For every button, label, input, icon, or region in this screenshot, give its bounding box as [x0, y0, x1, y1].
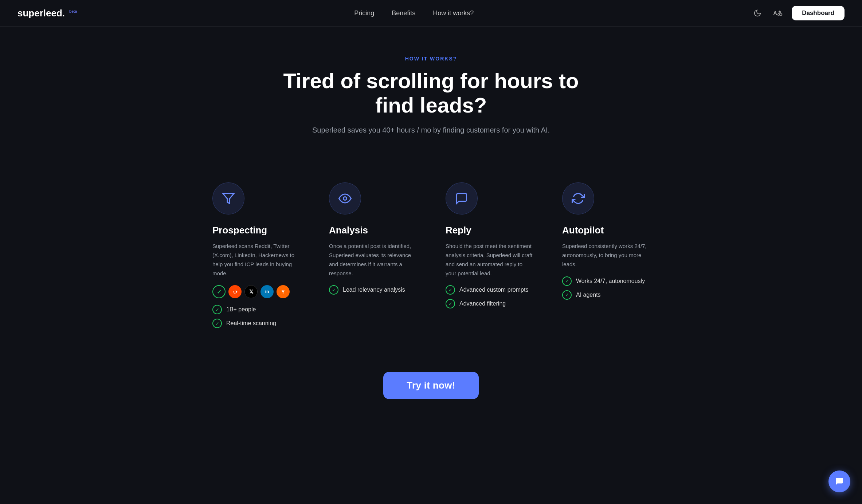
dashboard-button[interactable]: Dashboard: [792, 6, 845, 20]
check-icon-1: ✓: [212, 319, 222, 328]
funnel-icon: [222, 192, 235, 205]
nav-pricing[interactable]: Pricing: [354, 9, 374, 17]
autopilot-title: Autopilot: [562, 225, 650, 236]
prospecting-desc: Superleed scans Reddit, Twitter (X.com),…: [212, 242, 300, 278]
check-icon-autopilot-1: ✓: [562, 290, 572, 300]
cta-section: Try it now!: [0, 343, 862, 421]
nav-benefits[interactable]: Benefits: [392, 9, 415, 17]
svg-marker-0: [223, 194, 234, 204]
features-section: Prospecting Superleed scans Reddit, Twit…: [176, 171, 686, 343]
x-icon: 𝕏: [244, 285, 258, 298]
prospecting-list-item-1: ✓ Real-time scanning: [212, 319, 300, 328]
hero-eyebrow: HOW IT WORKS?: [17, 56, 845, 62]
check-icon-autopilot-0: ✓: [562, 276, 572, 286]
reply-title: Reply: [446, 225, 533, 236]
reply-desc: Should the post meet the sentiment analy…: [446, 242, 533, 278]
beta-badge: beta: [69, 9, 77, 13]
svg-point-2: [344, 197, 347, 200]
navbar-center: Pricing Benefits How it works?: [354, 9, 474, 17]
linkedin-icon: in: [260, 285, 274, 298]
chat-icon: [455, 192, 468, 205]
try-it-now-button[interactable]: Try it now!: [383, 372, 478, 399]
eye-icon: [338, 192, 352, 205]
platform-icons: ✓ 𝕏 in Y: [212, 285, 300, 298]
analysis-title: Analysis: [329, 225, 416, 236]
nav-how-it-works[interactable]: How it works?: [433, 9, 474, 17]
svg-point-1: [232, 289, 238, 295]
hero-section: HOW IT WORKS? Tired of scrolling for hou…: [0, 27, 862, 171]
autopilot-list-item-1: ✓ AI agents: [562, 290, 650, 300]
prospecting-list-item-0: ✓ 1B+ people: [212, 305, 300, 314]
hero-subtitle: Superleed saves you 40+ hours / mo by fi…: [17, 126, 845, 134]
reply-list-item-0: ✓ Advanced custom prompts: [446, 285, 533, 295]
check-icon-reply-0: ✓: [446, 285, 455, 295]
refresh-icon: [572, 192, 585, 205]
analysis-desc: Once a potential post is identified, Sup…: [329, 242, 416, 278]
hero-title: Tired of scrolling for hours to find lea…: [267, 69, 595, 117]
navbar: superleed. beta Pricing Benefits How it …: [0, 0, 862, 27]
translate-button[interactable]: Aあ: [771, 7, 784, 20]
check-icon-analysis-0: ✓: [329, 285, 338, 295]
prospecting-list: ✓ 1B+ people ✓ Real-time scanning: [212, 305, 300, 328]
chat-bubble-icon: [835, 477, 844, 486]
feature-prospecting: Prospecting Superleed scans Reddit, Twit…: [198, 171, 314, 343]
navbar-right: Aあ Dashboard: [751, 6, 845, 20]
feature-analysis: Analysis Once a potential post is identi…: [314, 171, 431, 343]
reply-list: ✓ Advanced custom prompts ✓ Advanced fil…: [446, 285, 533, 308]
autopilot-icon-circle: [562, 182, 594, 214]
prospecting-title: Prospecting: [212, 225, 300, 236]
reply-list-item-1: ✓ Advanced filtering: [446, 299, 533, 308]
prospecting-icon-circle: [212, 182, 244, 214]
logo: superleed.: [17, 8, 65, 19]
chat-support-bubble[interactable]: [828, 470, 850, 492]
dark-mode-button[interactable]: [751, 7, 764, 20]
reddit-icon: [228, 285, 242, 298]
check-icon-reply-1: ✓: [446, 299, 455, 308]
analysis-list: ✓ Lead relevancy analysis: [329, 285, 416, 295]
check-icon-platforms: ✓: [212, 285, 226, 298]
analysis-list-item-0: ✓ Lead relevancy analysis: [329, 285, 416, 295]
autopilot-desc: Superleed consistently works 24/7, auton…: [562, 242, 650, 269]
reply-icon-circle: [446, 182, 478, 214]
feature-reply: Reply Should the post meet the sentiment…: [431, 171, 548, 343]
autopilot-list-item-0: ✓ Works 24/7, autonomously: [562, 276, 650, 286]
feature-autopilot: Autopilot Superleed consistently works 2…: [548, 171, 664, 343]
analysis-icon-circle: [329, 182, 361, 214]
hackernews-icon: Y: [277, 285, 290, 298]
autopilot-list: ✓ Works 24/7, autonomously ✓ AI agents: [562, 276, 650, 300]
check-icon-0: ✓: [212, 305, 222, 314]
navbar-logo-area: superleed. beta: [17, 8, 77, 19]
